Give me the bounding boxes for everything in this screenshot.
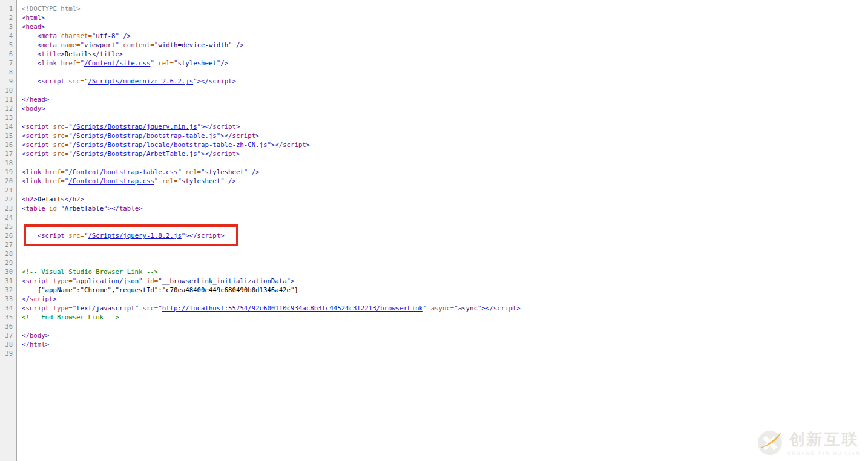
line-number: 25 <box>0 222 16 231</box>
code-token: ></ <box>201 150 212 158</box>
code-editor[interactable]: 1234567891011121314151617181920212223242… <box>0 0 868 461</box>
code-line[interactable]: </body> <box>22 331 868 340</box>
code-token: /Scripts/Bootstrap/bootstrap-table.js <box>73 132 217 140</box>
line-number: 23 <box>0 204 16 213</box>
code-token: title <box>100 50 119 58</box>
code-token: <!-- End Browser Link --> <box>22 313 119 321</box>
line-number: 27 <box>0 240 16 249</box>
code-token: src= <box>53 132 68 140</box>
code-token: stylesheet <box>205 168 243 176</box>
code-line[interactable]: </head> <box>22 95 868 104</box>
line-number: 13 <box>0 113 16 122</box>
code-token: > <box>291 277 294 285</box>
code-line[interactable]: <link href="/Content/site.css" rel="styl… <box>22 59 868 68</box>
code-token: > <box>220 232 224 240</box>
code-token: type= <box>53 277 72 285</box>
code-line[interactable]: <!DOCTYPE html> <box>22 4 868 13</box>
code-token: id= <box>146 277 158 285</box>
code-token: script <box>25 123 49 131</box>
code-line[interactable]: </html> <box>22 340 868 349</box>
code-line[interactable]: <html> <box>22 13 868 22</box>
line-number: 22 <box>0 195 16 204</box>
code-token: stylesheet <box>182 177 220 185</box>
code-token: http://localhost:55754/92c600110c934ac8b… <box>162 304 423 312</box>
code-token: > <box>516 304 520 312</box>
line-number: 19 <box>0 168 16 177</box>
code-token: link <box>25 168 41 176</box>
code-line[interactable] <box>22 86 868 95</box>
code-token: > <box>255 132 259 140</box>
code-token: ></ <box>108 204 119 212</box>
code-token: /> <box>236 41 244 49</box>
code-token: > <box>236 123 240 131</box>
code-token: > <box>139 204 142 212</box>
code-token: h2 <box>73 195 81 203</box>
code-line[interactable]: <!-- Visual Studio Browser Link --> <box>22 267 868 276</box>
code-token: meta <box>41 32 57 40</box>
code-token: script <box>283 141 306 149</box>
code-area[interactable]: <!DOCTYPE html><html><head> <meta charse… <box>18 0 868 461</box>
code-line[interactable] <box>22 258 868 267</box>
code-token: id= <box>49 204 61 212</box>
code-line[interactable]: <script src="/Scripts/Bootstrap/ArbetTab… <box>22 149 868 159</box>
code-line[interactable] <box>22 68 868 77</box>
code-line[interactable]: <head> <box>22 22 868 31</box>
code-line[interactable]: <link href="/Content/bootstrap-table.css… <box>22 168 868 177</box>
code-token: head <box>30 96 45 103</box>
line-number: 28 <box>0 249 16 258</box>
line-number: 17 <box>0 149 16 159</box>
code-line[interactable] <box>22 240 868 249</box>
code-line[interactable]: <script src="/Scripts/Bootstrap/locale/b… <box>22 140 868 149</box>
code-token <box>22 32 38 40</box>
code-line[interactable]: <body> <box>22 104 868 113</box>
code-token: stylesheet <box>177 59 216 67</box>
code-line[interactable]: {"appName":"Chrome","requestId":"c70ea48… <box>22 286 868 295</box>
code-token: body <box>25 105 41 113</box>
line-number: 7 <box>0 59 16 68</box>
code-line[interactable]: </script> <box>22 295 868 304</box>
code-token: </ <box>92 50 100 58</box>
code-token: /Content/bootstrap-table.css <box>68 168 177 176</box>
code-token: > <box>81 195 84 203</box>
code-token: __browserLink_initializationData <box>162 277 287 285</box>
code-line[interactable] <box>22 213 868 222</box>
line-number: 20 <box>0 177 16 186</box>
code-token: src= <box>53 141 68 149</box>
code-line[interactable] <box>22 222 868 231</box>
line-number: 21 <box>0 186 16 195</box>
code-line[interactable] <box>22 159 868 168</box>
code-line[interactable]: <script type="application/json" id="__br… <box>22 276 868 286</box>
code-line[interactable] <box>22 249 868 258</box>
line-number: 36 <box>0 322 16 331</box>
code-line[interactable]: <meta charset="utf-8" /> <box>22 31 868 41</box>
code-token: head <box>25 23 41 31</box>
code-token: src= <box>143 304 159 312</box>
code-token: script <box>41 232 65 240</box>
code-line[interactable] <box>22 186 868 195</box>
code-line[interactable]: <meta name="viewport" content="width=dev… <box>22 41 868 50</box>
code-line[interactable]: <script src="/Scripts/Bootstrap/bootstra… <box>22 131 868 140</box>
code-token: script <box>493 304 517 312</box>
code-token: > <box>41 14 45 22</box>
line-number: 37 <box>0 331 16 340</box>
code-token: src= <box>68 77 84 85</box>
code-line[interactable]: <title>Details</title> <box>22 50 868 59</box>
code-token: /Content/bootstrap.css <box>68 177 154 185</box>
code-token: async <box>458 304 478 312</box>
code-line[interactable] <box>22 113 868 122</box>
code-token: script <box>25 304 49 312</box>
code-line[interactable]: <script type="text/javascript" src="http… <box>22 304 868 313</box>
code-line[interactable]: <table id="ArbetTable"></table> <box>22 204 868 213</box>
line-number-gutter: 1234567891011121314151617181920212223242… <box>0 0 17 461</box>
code-line[interactable] <box>22 322 868 331</box>
code-token: <!DOCTYPE html> <box>22 5 81 13</box>
code-line[interactable]: <script src="/Scripts/Bootstrap/jquery.m… <box>22 122 868 131</box>
code-line[interactable]: <script src="/Scripts/jquery-1.8.2.js"><… <box>22 231 868 240</box>
code-line[interactable]: <script src="/Scripts/modernizr-2.6.2.js… <box>22 77 868 86</box>
code-line[interactable]: <h2>Details</h2> <box>22 195 868 204</box>
code-line[interactable]: <!-- End Browser Link --> <box>22 313 868 322</box>
line-number: 31 <box>0 276 16 286</box>
line-number: 26 <box>0 231 16 240</box>
code-line[interactable]: <link href="/Content/bootstrap.css" rel=… <box>22 177 868 186</box>
code-line[interactable] <box>22 349 868 358</box>
